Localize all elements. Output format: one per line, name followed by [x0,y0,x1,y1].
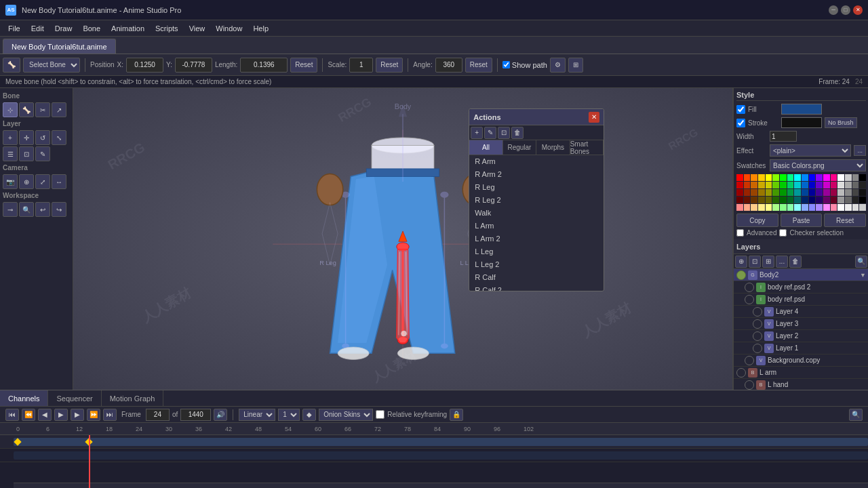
interpolation-select[interactable]: Linear [239,409,275,421]
action-l-leg2[interactable]: L Leg 2 [469,258,604,271]
swatch-25[interactable] [787,182,794,188]
x-input[interactable] [126,58,163,73]
swatch-36[interactable] [736,189,743,196]
swatch-9[interactable] [802,174,808,181]
swatch-85[interactable] [831,204,837,211]
swatch-24[interactable] [780,182,787,188]
actions-dupe-btn[interactable]: ⊡ [498,127,510,139]
frame-input[interactable] [146,409,170,421]
swatch-33[interactable] [845,182,852,188]
swatch-78[interactable] [780,204,787,211]
actions-add-btn[interactable]: + [471,127,483,139]
eye-layer1[interactable] [753,344,762,353]
camera-tool3[interactable]: ⤢ [35,174,50,189]
swatch-49[interactable] [831,189,837,196]
action-l-arm2[interactable]: L Arm 2 [469,232,604,245]
swatch-22[interactable] [766,182,772,188]
filter-regular[interactable]: Regular [503,140,537,155]
swatch-84[interactable] [823,204,830,211]
swatches-select[interactable]: Basic Colors.png [770,159,866,171]
checker-checkbox[interactable] [779,229,787,237]
swatch-79[interactable] [787,204,794,211]
effect-select[interactable]: <plain> [770,144,851,157]
scale-input[interactable] [349,58,373,73]
swatch-38[interactable] [751,189,757,196]
layer-scale-tool[interactable]: ⤡ [52,130,66,145]
swatch-76[interactable] [766,204,772,211]
menu-draw[interactable]: Draw [50,23,78,34]
swatch-88[interactable] [852,204,859,211]
eye-bodyref[interactable] [745,295,754,304]
stroke-checkbox[interactable] [736,119,745,127]
timeline-expand-btn[interactable]: 🔍 [849,409,863,421]
swatch-21[interactable] [758,182,765,188]
timeline-scrollbar[interactable] [14,483,868,488]
layer-tool6[interactable]: ⊡ [19,146,34,161]
layer-3[interactable]: V Layer 3 [734,318,868,330]
advanced-checkbox[interactable] [736,229,744,237]
bone-add-tool[interactable]: 🦴 [19,102,34,117]
swatch-14[interactable] [837,174,844,181]
layer-expand-body2[interactable]: ▼ [860,272,866,279]
workspace-tool3[interactable]: ↩ [35,202,50,217]
swatch-20[interactable] [751,182,757,188]
swatch-54[interactable] [736,197,743,203]
y-input[interactable] [175,58,212,73]
swatch-82[interactable] [809,204,816,211]
workspace-tool2[interactable]: 🔍 [19,202,34,217]
relative-keyframing-checkbox[interactable] [376,410,384,419]
reset3-button[interactable]: Reset [465,58,492,73]
camera-tool4[interactable]: ↔ [52,174,66,189]
swatch-75[interactable] [758,204,765,211]
layers-tb-2[interactable]: ⊡ [749,256,761,268]
layer-bodyref[interactable]: I body ref.psd [734,293,868,306]
swatch-32[interactable] [837,182,844,188]
filter-morphs[interactable]: Morphs [536,140,570,155]
onion-skins-select[interactable]: Onion Skins [319,409,373,421]
swatch-71[interactable] [859,197,866,203]
eye-layer2[interactable] [753,331,762,341]
swatch-40[interactable] [766,189,772,196]
fill-color-box[interactable] [781,104,822,115]
swatch-0[interactable] [736,174,743,181]
swatch-43[interactable] [787,189,794,196]
tab-motion-graph[interactable]: Motion Graph [102,390,164,406]
actions-title-bar[interactable]: Actions ✕ [469,109,604,125]
minimize-button[interactable]: ─ [829,5,838,15]
layers-tb-4[interactable]: ... [776,256,788,268]
swatch-3[interactable] [758,174,765,181]
action-walk[interactable]: Walk [469,207,604,220]
menu-file[interactable]: File [3,23,26,34]
swatch-68[interactable] [837,197,844,203]
swatch-63[interactable] [802,197,808,203]
swatch-72[interactable] [736,204,743,211]
menu-bone[interactable]: Bone [77,23,106,34]
path-btn2[interactable]: ⊞ [568,58,583,73]
swatch-37[interactable] [744,189,751,196]
tool-select[interactable]: Select Bone [23,58,80,73]
tab-sequencer[interactable]: Sequencer [48,390,101,406]
swatch-13[interactable] [831,174,837,181]
swatch-6[interactable] [780,174,787,181]
swatch-50[interactable] [837,189,844,196]
action-l-leg[interactable]: L Leg [469,245,604,258]
swatch-48[interactable] [823,189,830,196]
swatch-64[interactable] [809,197,816,203]
layer-bgcopy[interactable]: V Background.copy [734,354,868,367]
swatch-44[interactable] [794,189,801,196]
lock-btn[interactable]: 🔒 [450,409,463,421]
layer-1[interactable]: V Layer 1 [734,342,868,354]
btn-play[interactable]: ▶ [54,409,68,421]
eye-bgcopy[interactable] [745,356,754,365]
layer-larm[interactable]: B L arm [734,367,868,379]
eye-bodyref2[interactable] [745,283,754,292]
reset1-button[interactable]: Reset [290,58,317,73]
swatch-17[interactable] [859,174,866,181]
swatch-27[interactable] [802,182,808,188]
eye-layer4[interactable] [753,307,762,317]
layer-2[interactable]: V Layer 2 [734,330,868,342]
swatch-31[interactable] [831,182,837,188]
btn-to-start[interactable]: ⏮ [5,409,19,421]
swatch-29[interactable] [816,182,823,188]
swatch-74[interactable] [751,204,757,211]
